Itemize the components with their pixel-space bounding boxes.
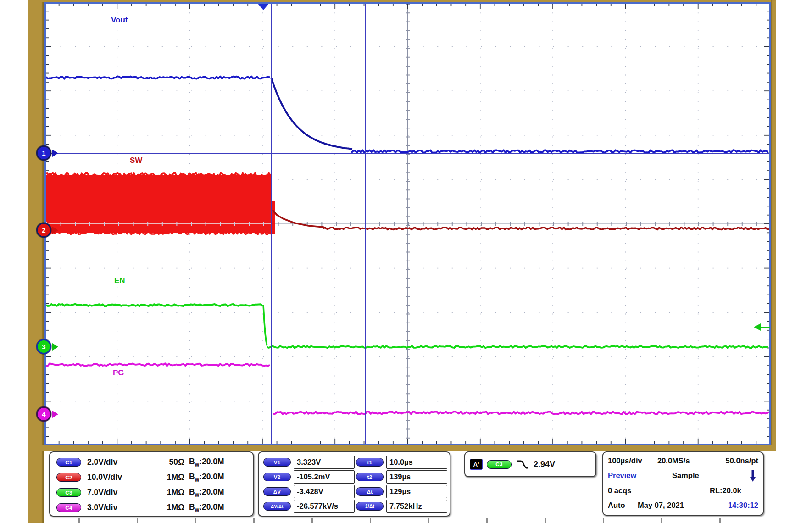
channel-3-row: C3 7.0V/div 1MΩ BW:20.0M bbox=[56, 485, 253, 500]
sample-rate: 20.0MS/s bbox=[657, 456, 690, 465]
cursor-t2-row: t2 139µs bbox=[356, 470, 447, 484]
channel-3-bandwidth: BW:20.0M bbox=[189, 487, 224, 498]
channel-2-bandwidth: BW:20.0M bbox=[189, 472, 224, 483]
date-display: May 07, 2021 bbox=[638, 501, 684, 510]
channel-4-marker-arrow-icon bbox=[52, 411, 58, 418]
badge-tick bbox=[253, 518, 255, 523]
channel-1-badge[interactable]: C1 bbox=[56, 458, 81, 467]
cursor-dt-badge[interactable]: Δt bbox=[356, 487, 384, 496]
cursor-1dt-badge[interactable]: 1/Δt bbox=[356, 502, 384, 511]
acq-mode: Sample bbox=[672, 471, 699, 480]
channel-2-badge[interactable]: C2 bbox=[56, 473, 81, 482]
resolution: 50.0ns/pt bbox=[725, 456, 758, 465]
channel-3-marker-label: 3 bbox=[36, 339, 51, 354]
cursor-v1-row: V1 3.323V bbox=[263, 456, 355, 469]
cursor-v2-row: V2 -105.2mV bbox=[263, 470, 355, 484]
horizontal-scale: 100µs/div bbox=[608, 456, 642, 465]
bezel-left bbox=[28, 0, 44, 523]
channel-1-bandwidth: BW:20.0M bbox=[189, 457, 224, 467]
trigger-level-arrow-stem bbox=[761, 327, 770, 328]
cursor-dv-badge[interactable]: ΔV bbox=[263, 487, 291, 496]
bezel-right bbox=[771, 0, 776, 449]
trigger-mode: Auto bbox=[608, 501, 625, 510]
channel-1-marker-arrow-icon bbox=[52, 150, 58, 157]
channel-4-impedance: 1MΩ bbox=[156, 503, 184, 512]
channel-2-marker[interactable]: 2 bbox=[36, 223, 58, 238]
badge-tick bbox=[428, 518, 429, 523]
cursor-t1-value: 10.0µs bbox=[386, 456, 447, 469]
acquisition-count: 0 acqs bbox=[608, 486, 631, 495]
cursor-readout-panel[interactable]: V1 3.323V V2 -105.2mV ΔV -3.428V ΔV/Δt -… bbox=[258, 451, 450, 517]
channel-1-marker[interactable]: 1 bbox=[36, 145, 58, 161]
badge-tick bbox=[78, 518, 80, 523]
badge-tick bbox=[661, 518, 662, 523]
trigger-panel[interactable]: A' C3 2.94V bbox=[464, 451, 596, 477]
cursor-dt-row: Δt 129µs bbox=[356, 485, 447, 498]
cursor-v2-value: -105.2mV bbox=[294, 470, 355, 484]
cursor-dvdt-row: ΔV/Δt -26.577kV/s bbox=[263, 500, 355, 513]
trigger-level-arrow[interactable] bbox=[754, 323, 770, 331]
trigger-level-value: 2.94V bbox=[534, 460, 555, 469]
channel-3-impedance: 1MΩ bbox=[156, 488, 184, 497]
acquisitions-row: 0 acqs RL:20.0k bbox=[608, 486, 758, 495]
badge-tick bbox=[370, 518, 371, 523]
channel-3-badge[interactable]: C3 bbox=[56, 488, 81, 497]
time-display: 14:30:12 bbox=[728, 501, 758, 510]
cursor-t2-value: 139µs bbox=[386, 470, 447, 484]
channel-2-row: C2 10.0V/div 1MΩ BW:20.0M bbox=[56, 470, 253, 485]
cursor-dvdt-value: -26.577kV/s bbox=[294, 500, 355, 513]
cursor-t2-badge[interactable]: t2 bbox=[356, 473, 384, 481]
trace-label-sw: SW bbox=[130, 156, 142, 165]
badge-tick bbox=[545, 518, 546, 523]
channel-1-row: C1 2.0V/div 50Ω BW:20.0M bbox=[56, 455, 253, 470]
badge-tick bbox=[603, 518, 604, 523]
trigger-position-marker[interactable] bbox=[258, 4, 269, 10]
channel-4-row: C4 3.0V/div 1MΩ BW:20.0M bbox=[56, 500, 253, 515]
record-length: RL:20.0k bbox=[710, 486, 741, 495]
falling-edge-icon bbox=[516, 459, 529, 470]
compression-arrow-icon bbox=[749, 469, 756, 482]
trigger-source-badge[interactable]: C3 bbox=[487, 460, 512, 469]
cursor-dv-value: -3.428V bbox=[294, 485, 355, 498]
cursor-dvdt-badge[interactable]: ΔV/Δt bbox=[263, 502, 291, 511]
bezel-divider bbox=[28, 445, 776, 451]
oscilloscope-screen: 1 2 3 4 Vout SW EN PG C1 2.0V/div 50Ω BW… bbox=[0, 0, 812, 523]
badge-tick bbox=[137, 518, 138, 523]
badge-tick bbox=[719, 518, 721, 523]
acquisition-status-row: Preview Sample bbox=[608, 471, 758, 480]
channel-3-marker[interactable]: 3 bbox=[36, 339, 58, 354]
channel-2-impedance: 1MΩ bbox=[156, 473, 184, 482]
preview-status: Preview bbox=[608, 471, 636, 480]
channel-settings-panel[interactable]: C1 2.0V/div 50Ω BW:20.0M C2 10.0V/div 1M… bbox=[49, 451, 254, 517]
cursor-1dt-row: 1/Δt 7.752kHz bbox=[356, 500, 447, 513]
badge-tick bbox=[311, 518, 313, 523]
cursor-v1-badge[interactable]: V1 bbox=[263, 458, 291, 467]
cursor-dv-row: ΔV -3.428V bbox=[263, 485, 355, 498]
trace-label-en: EN bbox=[114, 276, 125, 285]
channel-4-bandwidth: BW:20.0M bbox=[189, 502, 224, 513]
cursor-dt-value: 129µs bbox=[386, 485, 447, 498]
trigger-level-arrow-tip bbox=[754, 323, 761, 331]
channel-1-marker-label: 1 bbox=[36, 145, 51, 161]
channel-2-marker-arrow-icon bbox=[52, 227, 58, 234]
horizontal-panel[interactable]: 100µs/div 20.0MS/s 50.0ns/pt Preview Sam… bbox=[602, 451, 764, 516]
badge-tick bbox=[195, 518, 196, 523]
cursor-t1-row: t1 10.0µs bbox=[356, 456, 447, 469]
horizontal-scale-row: 100µs/div 20.0MS/s 50.0ns/pt bbox=[608, 456, 758, 465]
trigger-mode-badge[interactable]: A' bbox=[470, 459, 483, 470]
trace-label-pg: PG bbox=[113, 368, 124, 378]
vertical-cursor-t2[interactable] bbox=[365, 4, 366, 444]
channel-1-impedance: 50Ω bbox=[156, 457, 184, 467]
channel-4-marker[interactable]: 4 bbox=[36, 406, 58, 422]
cursor-t1-badge[interactable]: t1 bbox=[356, 458, 384, 467]
graticule bbox=[44, 2, 771, 445]
channel-4-marker-label: 4 bbox=[36, 406, 51, 422]
channel-4-badge[interactable]: C4 bbox=[56, 503, 81, 512]
channel-4-scale: 3.0V/div bbox=[87, 503, 156, 512]
channel-2-marker-label: 2 bbox=[36, 223, 51, 238]
horizontal-cursor-v1[interactable] bbox=[46, 78, 769, 78]
cursor-v2-badge[interactable]: V2 bbox=[263, 473, 291, 481]
trace-label-vout: Vout bbox=[111, 16, 128, 25]
horizontal-cursor-v2[interactable] bbox=[46, 153, 769, 154]
vertical-cursor-t1[interactable] bbox=[271, 4, 272, 444]
